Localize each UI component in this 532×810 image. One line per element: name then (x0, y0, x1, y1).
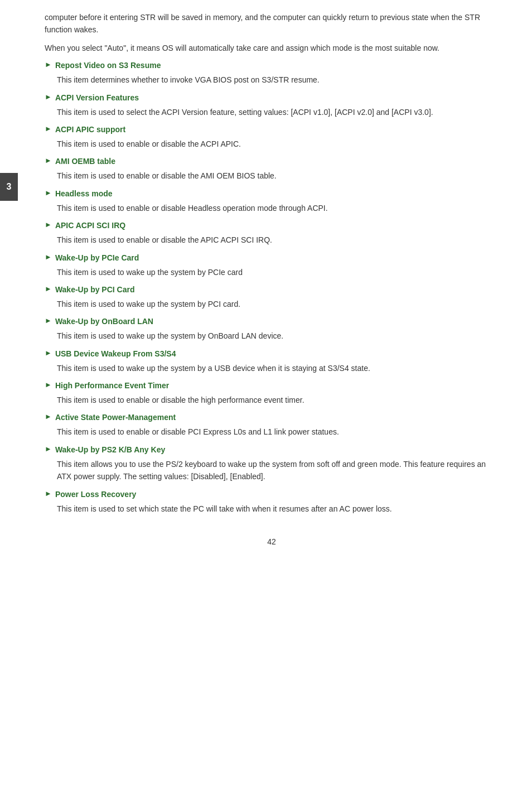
arrow-icon-9: ► (45, 349, 52, 357)
arrow-icon-7: ► (45, 285, 52, 293)
section-body-5: This item is used to enable or disable t… (57, 234, 499, 246)
section-header-5: ►APIC ACPI SCI IRQ (45, 220, 499, 232)
arrow-icon-10: ► (45, 380, 52, 389)
section-body-6: This item is used to wake up the system … (57, 266, 499, 278)
section-13: ►Power Loss RecoveryThis item is used to… (45, 489, 499, 515)
arrow-icon-1: ► (45, 93, 52, 101)
section-body-10: This item is used to enable or disable t… (57, 394, 499, 406)
section-header-12: ►Wake-Up by PS2 K/B Any Key (45, 444, 499, 456)
section-header-9: ►USB Device Wakeup From S3/S4 (45, 348, 499, 360)
section-5: ►APIC ACPI SCI IRQThis item is used to e… (45, 220, 499, 246)
section-title-12: Wake-Up by PS2 K/B Any Key (55, 444, 165, 456)
arrow-icon-11: ► (45, 412, 52, 421)
section-header-8: ►Wake-Up by OnBoard LAN (45, 316, 499, 327)
section-4: ►Headless modeThis item is used to enabl… (45, 188, 499, 214)
arrow-icon-13: ► (45, 489, 52, 498)
section-header-4: ►Headless mode (45, 188, 499, 200)
intro-paragraph-1: computer before it entering STR will be … (45, 11, 499, 36)
section-title-2: ACPI APIC support (55, 124, 125, 136)
section-body-0: This item determines whether to invoke V… (57, 74, 499, 86)
arrow-icon-4: ► (45, 189, 52, 197)
section-title-8: Wake-Up by OnBoard LAN (55, 316, 153, 327)
section-body-1: This item is used to select the ACPI Ver… (57, 106, 499, 118)
section-body-2: This item is used to enable or disable t… (57, 138, 499, 150)
section-body-4: This item is used to enable or disable H… (57, 202, 499, 214)
section-body-12: This item allows you to use the PS/2 key… (57, 458, 499, 483)
section-6: ►Wake-Up by PCIe CardThis item is used t… (45, 252, 499, 278)
section-body-9: This item is used to wake up the system … (57, 362, 499, 374)
section-10: ►High Performance Event TimerThis item i… (45, 380, 499, 406)
section-0: ►Repost Video on S3 ResumeThis item dete… (45, 60, 499, 86)
section-body-8: This item is used to wake up the system … (57, 330, 499, 342)
section-12: ►Wake-Up by PS2 K/B Any KeyThis item all… (45, 444, 499, 483)
arrow-icon-8: ► (45, 316, 52, 325)
section-title-13: Power Loss Recovery (55, 489, 137, 500)
section-header-3: ►AMI OEMB table (45, 156, 499, 167)
section-body-11: This item is used to enable or disable P… (57, 426, 499, 438)
chapter-tab: 3 (0, 173, 18, 201)
intro-paragraph-2: When you select "Auto", it means OS will… (45, 42, 499, 54)
section-title-0: Repost Video on S3 Resume (55, 60, 161, 71)
arrow-icon-2: ► (45, 124, 52, 133)
section-9: ►USB Device Wakeup From S3/S4This item i… (45, 348, 499, 374)
sections-container: ►Repost Video on S3 ResumeThis item dete… (45, 60, 499, 515)
section-title-3: AMI OEMB table (55, 156, 115, 167)
section-title-4: Headless mode (55, 188, 113, 200)
section-title-11: Active State Power-Management (55, 412, 176, 423)
arrow-icon-6: ► (45, 253, 52, 261)
section-title-6: Wake-Up by PCIe Card (55, 252, 139, 264)
section-body-7: This item is used to wake up the system … (57, 298, 499, 310)
section-3: ►AMI OEMB tableThis item is used to enab… (45, 156, 499, 182)
section-8: ►Wake-Up by OnBoard LANThis item is used… (45, 316, 499, 342)
page-number: 42 (45, 537, 499, 546)
section-header-10: ►High Performance Event Timer (45, 380, 499, 392)
section-2: ►ACPI APIC supportThis item is used to e… (45, 124, 499, 150)
section-header-13: ►Power Loss Recovery (45, 489, 499, 500)
arrow-icon-12: ► (45, 445, 52, 453)
page-container: 3 computer before it entering STR will b… (0, 0, 532, 810)
arrow-icon-0: ► (45, 60, 52, 69)
arrow-icon-5: ► (45, 220, 52, 229)
section-header-7: ►Wake-Up by PCI Card (45, 284, 499, 296)
section-title-1: ACPI Version Features (55, 92, 139, 104)
section-header-2: ►ACPI APIC support (45, 124, 499, 136)
section-body-13: This item is used to set which state the… (57, 503, 499, 515)
section-11: ►Active State Power-ManagementThis item … (45, 412, 499, 438)
section-title-7: Wake-Up by PCI Card (55, 284, 135, 296)
section-header-1: ►ACPI Version Features (45, 92, 499, 104)
section-header-6: ►Wake-Up by PCIe Card (45, 252, 499, 264)
chapter-number: 3 (7, 182, 12, 192)
section-header-0: ►Repost Video on S3 Resume (45, 60, 499, 71)
section-title-9: USB Device Wakeup From S3/S4 (55, 348, 176, 360)
section-header-11: ►Active State Power-Management (45, 412, 499, 423)
section-7: ►Wake-Up by PCI CardThis item is used to… (45, 284, 499, 310)
section-1: ►ACPI Version FeaturesThis item is used … (45, 92, 499, 118)
section-body-3: This item is used to enable or disable t… (57, 170, 499, 182)
section-title-10: High Performance Event Timer (55, 380, 169, 392)
section-title-5: APIC ACPI SCI IRQ (55, 220, 125, 232)
arrow-icon-3: ► (45, 156, 52, 165)
